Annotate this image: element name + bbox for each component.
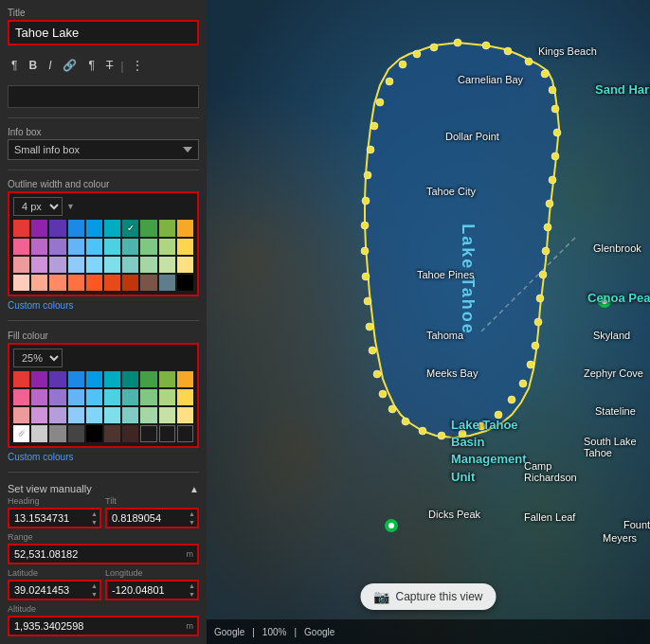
outline-color-cell-31[interactable] [31,275,47,291]
heading-input[interactable] [9,510,89,527]
more-btn[interactable]: ⋮ [128,57,147,74]
lat-down-arrow[interactable]: ▼ [89,590,99,599]
latitude-input[interactable] [9,581,89,599]
fill-color-cell-15[interactable] [104,389,120,405]
outline-color-cell-26[interactable] [122,257,138,273]
fill-color-cell-30[interactable] [13,425,29,441]
italic-btn[interactable]: I [45,57,55,74]
outline-color-cell-33[interactable] [68,275,84,291]
outline-color-cell-28[interactable] [159,257,175,273]
heading-down-arrow[interactable]: ▼ [89,518,99,527]
outline-color-cell-12[interactable] [49,239,65,255]
fill-color-cell-37[interactable] [140,425,156,441]
fill-color-cell-20[interactable] [13,407,29,423]
outline-color-cell-36[interactable] [122,275,138,291]
fill-color-cell-0[interactable] [13,371,29,387]
outline-color-cell-5[interactable] [104,220,120,236]
fill-color-cell-22[interactable] [49,407,65,423]
fill-color-cell-28[interactable] [159,407,175,423]
outline-px-select[interactable]: 1 px2 px3 px4 px 5 px6 px8 px10 px [13,197,63,216]
fill-color-cell-8[interactable] [159,371,175,387]
outline-color-cell-2[interactable] [49,220,65,236]
outline-color-cell-16[interactable] [122,239,138,255]
map-area[interactable]: Lake Tahoe Kings Beach Carnelian Bay San… [207,0,650,644]
strikethrough-btn[interactable]: T [102,57,117,74]
fill-color-cell-17[interactable] [140,389,156,405]
fill-color-cell-39[interactable] [177,425,193,441]
fill-color-cell-32[interactable] [49,425,65,441]
outline-color-cell-34[interactable] [86,275,102,291]
outline-color-cell-18[interactable] [159,239,175,255]
outline-color-cell-32[interactable] [49,275,65,291]
fill-color-cell-1[interactable] [31,371,47,387]
outline-color-cell-1[interactable] [31,220,47,236]
tilt-up-arrow[interactable]: ▲ [187,510,197,518]
fill-color-cell-27[interactable] [140,407,156,423]
outline-color-cell-15[interactable] [104,239,120,255]
altitude-input[interactable] [9,617,183,635]
fill-color-cell-34[interactable] [86,425,102,441]
outline-color-cell-20[interactable] [13,257,29,273]
lat-up-arrow[interactable]: ▲ [89,581,99,590]
outline-color-cell-11[interactable] [31,239,47,255]
outline-color-cell-22[interactable] [49,257,65,273]
capture-button[interactable]: 📷 Capture this view [360,583,496,610]
description-textarea[interactable] [8,85,199,108]
paragraph-btn[interactable]: ¶ [8,57,21,74]
outline-color-cell-9[interactable] [177,220,193,236]
fill-color-cell-4[interactable] [86,371,102,387]
infobox-select[interactable]: Small info box Large info box None [8,139,199,160]
fill-color-cell-35[interactable] [104,425,120,441]
outline-color-cell-6[interactable] [122,220,138,236]
outline-custom-colours-link[interactable]: Custom colours [8,300,73,311]
outline-color-cell-8[interactable] [159,220,175,236]
outline-color-cell-13[interactable] [68,239,84,255]
title-input[interactable] [8,20,199,45]
paragraph2-btn[interactable]: ¶ [84,57,98,74]
fill-color-cell-29[interactable] [177,407,193,423]
outline-color-cell-38[interactable] [159,275,175,291]
fill-color-cell-14[interactable] [86,389,102,405]
tilt-input[interactable] [107,510,187,527]
fill-custom-colours-link[interactable]: Custom colours [8,452,73,462]
fill-color-cell-16[interactable] [122,389,138,405]
fill-opacity-select[interactable]: 0%10%25% 50%75%100% [13,349,63,367]
fill-color-cell-3[interactable] [68,371,84,387]
outline-color-cell-17[interactable] [140,239,156,255]
heading-up-arrow[interactable]: ▲ [89,510,99,518]
bold-btn[interactable]: B [25,57,41,74]
fill-color-cell-7[interactable] [140,371,156,387]
fill-color-cell-21[interactable] [31,407,47,423]
set-view-header[interactable]: Set view manually ▲ [8,481,199,496]
fill-color-cell-13[interactable] [68,389,84,405]
fill-color-cell-36[interactable] [122,425,138,441]
outline-color-cell-0[interactable] [13,220,29,236]
range-input[interactable] [9,546,183,563]
fill-color-cell-11[interactable] [31,389,47,405]
outline-color-cell-27[interactable] [140,257,156,273]
fill-color-cell-10[interactable] [13,389,29,405]
outline-color-cell-23[interactable] [68,257,84,273]
fill-color-cell-19[interactable] [177,389,193,405]
lon-up-arrow[interactable]: ▲ [187,581,197,590]
fill-color-cell-23[interactable] [68,407,84,423]
outline-color-cell-14[interactable] [86,239,102,255]
fill-color-cell-9[interactable] [177,371,193,387]
outline-color-cell-19[interactable] [177,239,193,255]
outline-color-cell-21[interactable] [31,257,47,273]
outline-color-cell-3[interactable] [68,220,84,236]
outline-color-cell-39[interactable] [177,275,193,291]
outline-color-cell-4[interactable] [86,220,102,236]
fill-color-cell-24[interactable] [86,407,102,423]
tilt-down-arrow[interactable]: ▼ [187,518,197,527]
outline-color-cell-37[interactable] [140,275,156,291]
outline-color-cell-7[interactable] [140,220,156,236]
fill-color-cell-26[interactable] [122,407,138,423]
outline-color-cell-30[interactable] [13,275,29,291]
fill-color-cell-33[interactable] [68,425,84,441]
outline-color-cell-10[interactable] [13,239,29,255]
fill-color-cell-5[interactable] [104,371,120,387]
outline-color-cell-24[interactable] [86,257,102,273]
fill-color-cell-12[interactable] [49,389,65,405]
outline-color-cell-29[interactable] [177,257,193,273]
